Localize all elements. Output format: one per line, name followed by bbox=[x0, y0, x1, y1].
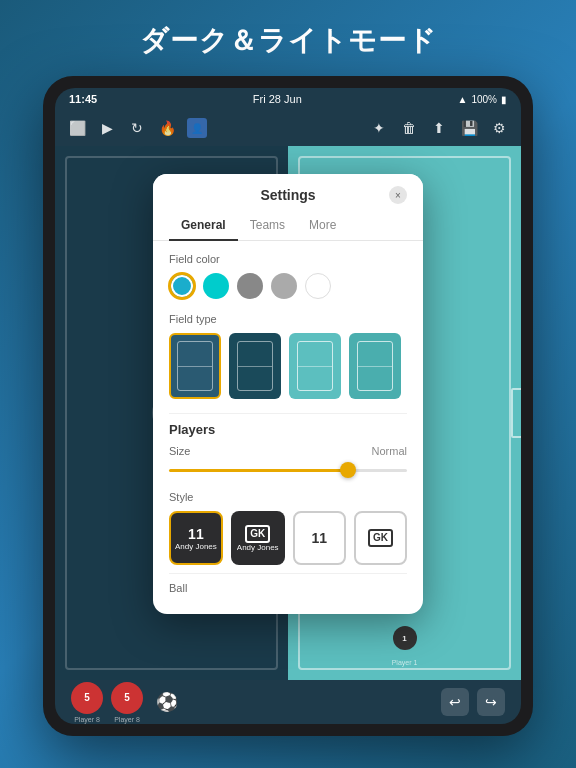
bottom-bar: 5 Player 8 5 Player 8 ⚽ ↩ bbox=[55, 680, 521, 724]
save-icon[interactable]: 💾 bbox=[459, 118, 479, 138]
field-thumb-inner-0 bbox=[177, 341, 213, 391]
field-player-token: 1 bbox=[393, 626, 417, 650]
size-label: Size bbox=[169, 445, 190, 457]
player2-token[interactable]: 5 bbox=[111, 682, 143, 714]
undo-icon: ↩ bbox=[449, 694, 461, 710]
field-type-label: Field type bbox=[169, 313, 407, 325]
ball-token[interactable]: ⚽ bbox=[151, 686, 183, 718]
close-icon: × bbox=[395, 190, 401, 201]
select-icon[interactable]: ✦ bbox=[369, 118, 389, 138]
color-swatches bbox=[169, 273, 407, 299]
player2-wrapper: 5 Player 8 bbox=[111, 682, 143, 723]
player-style-1[interactable]: GK Andy Jones bbox=[231, 511, 285, 565]
rotate-icon[interactable]: ↻ bbox=[127, 118, 147, 138]
toolbar-right: ✦ 🗑 ⬆ 💾 ⚙ bbox=[369, 118, 509, 138]
settings-icon[interactable]: ⚙ bbox=[489, 118, 509, 138]
player1-token[interactable]: 5 bbox=[71, 682, 103, 714]
page-title: ダーク＆ライトモード bbox=[140, 22, 437, 60]
size-row: Size Normal bbox=[169, 445, 407, 457]
ipad-screen: 11:45 Fri 28 Jun ▲ 100% ▮ ⬜ ▶ ↻ 🔥 👤 ✦ 🗑 … bbox=[55, 88, 521, 724]
gk-badge-1: GK bbox=[368, 529, 393, 547]
dialog-body: Field color Field type bbox=[153, 241, 423, 614]
ipad-frame: 11:45 Fri 28 Jun ▲ 100% ▮ ⬜ ▶ ↻ 🔥 👤 ✦ 🗑 … bbox=[43, 76, 533, 736]
tab-more[interactable]: More bbox=[297, 210, 348, 240]
player-name-0: Andy Jones bbox=[175, 542, 217, 551]
status-date: Fri 28 Jun bbox=[253, 93, 302, 105]
bottom-right: ↩ ↪ bbox=[441, 688, 505, 716]
style-label: Style bbox=[169, 491, 407, 503]
player-style-0[interactable]: 11 Andy Jones bbox=[169, 511, 223, 565]
settings-dialog: Settings × General Teams More bbox=[153, 174, 423, 614]
goal-right bbox=[511, 388, 521, 438]
player1-wrapper: 5 Player 8 bbox=[71, 682, 103, 723]
status-bar: 11:45 Fri 28 Jun ▲ 100% ▮ bbox=[55, 88, 521, 110]
slider-container[interactable] bbox=[169, 461, 407, 479]
battery-icon: ▮ bbox=[501, 94, 507, 105]
battery-text: 100% bbox=[471, 94, 497, 105]
color-swatch-4[interactable] bbox=[305, 273, 331, 299]
undo-button[interactable]: ↩ bbox=[441, 688, 469, 716]
field-type-1[interactable] bbox=[229, 333, 281, 399]
field-player-name: Player 1 bbox=[392, 659, 418, 666]
player-num-2: 11 bbox=[311, 530, 327, 546]
field-thumb-inner-3 bbox=[357, 341, 393, 391]
player-name-1: Andy Jones bbox=[237, 543, 279, 552]
color-swatch-2[interactable] bbox=[237, 273, 263, 299]
close-button[interactable]: × bbox=[389, 186, 407, 204]
player-styles: 11 Andy Jones GK Andy Jones 11 bbox=[169, 511, 407, 565]
main-content: 1 Player 1 Settings × General bbox=[55, 146, 521, 680]
field-type-2[interactable] bbox=[289, 333, 341, 399]
field-type-0[interactable] bbox=[169, 333, 221, 399]
field-type-3[interactable] bbox=[349, 333, 401, 399]
slider-thumb[interactable] bbox=[340, 462, 356, 478]
color-swatch-1[interactable] bbox=[203, 273, 229, 299]
field-color-label: Field color bbox=[169, 253, 407, 265]
player2-label: Player 8 bbox=[114, 716, 140, 723]
divider-1 bbox=[169, 413, 407, 414]
size-value: Normal bbox=[372, 445, 407, 457]
video-icon[interactable]: ▶ bbox=[97, 118, 117, 138]
share-icon[interactable]: ⬆ bbox=[429, 118, 449, 138]
trash-icon[interactable]: 🗑 bbox=[399, 118, 419, 138]
player-num-0: 11 bbox=[188, 526, 204, 542]
slider-track bbox=[169, 469, 407, 472]
toolbar: ⬜ ▶ ↻ 🔥 👤 ✦ 🗑 ⬆ 💾 ⚙ bbox=[55, 110, 521, 146]
status-right: ▲ 100% ▮ bbox=[458, 94, 507, 105]
bottom-left: 5 Player 8 5 Player 8 ⚽ bbox=[71, 682, 183, 723]
wifi-icon: ▲ bbox=[458, 94, 468, 105]
ball-label: Ball bbox=[169, 582, 407, 594]
field-thumb-inner-2 bbox=[297, 341, 333, 391]
redo-button[interactable]: ↪ bbox=[477, 688, 505, 716]
player1-label: Player 8 bbox=[74, 716, 100, 723]
color-swatch-0[interactable] bbox=[169, 273, 195, 299]
tab-bar: General Teams More bbox=[153, 210, 423, 241]
tab-teams[interactable]: Teams bbox=[238, 210, 297, 240]
redo-icon: ↪ bbox=[485, 694, 497, 710]
status-time: 11:45 bbox=[69, 93, 97, 105]
gk-badge-0: GK bbox=[245, 525, 270, 543]
user-icon[interactable]: 👤 bbox=[187, 118, 207, 138]
tab-general[interactable]: General bbox=[169, 210, 238, 240]
field-thumb-inner-1 bbox=[237, 341, 273, 391]
color-swatch-3[interactable] bbox=[271, 273, 297, 299]
toolbar-left: ⬜ ▶ ↻ 🔥 👤 bbox=[67, 118, 207, 138]
document-icon[interactable]: ⬜ bbox=[67, 118, 87, 138]
dialog-header: Settings × bbox=[153, 174, 423, 210]
players-label: Players bbox=[169, 422, 407, 437]
player-style-2[interactable]: 11 bbox=[293, 511, 346, 565]
field-types bbox=[169, 333, 407, 399]
divider-2 bbox=[169, 573, 407, 574]
dialog-title: Settings bbox=[260, 187, 315, 203]
flame-icon[interactable]: 🔥 bbox=[157, 118, 177, 138]
player-style-3[interactable]: GK bbox=[354, 511, 407, 565]
